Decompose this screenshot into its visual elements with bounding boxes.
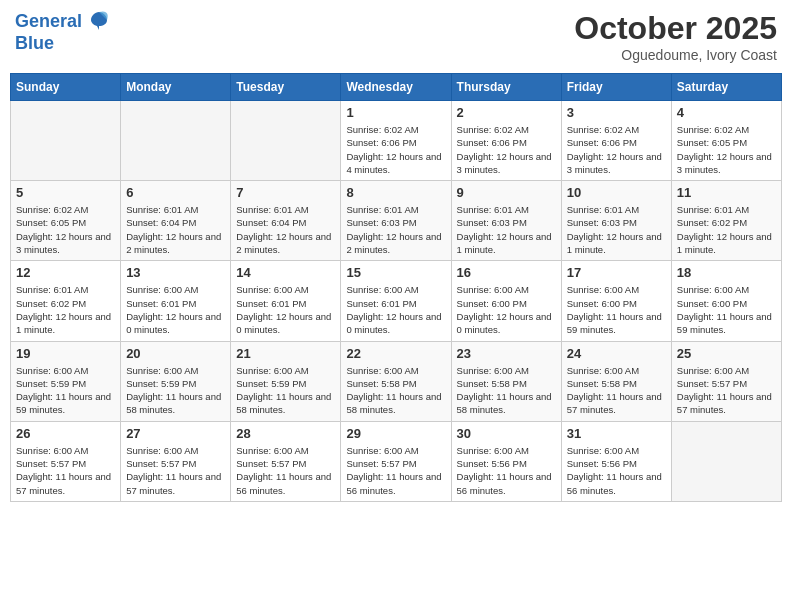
day-cell: 20Sunrise: 6:00 AMSunset: 5:59 PMDayligh… [121,341,231,421]
day-info: Sunrise: 6:00 AMSunset: 5:57 PMDaylight:… [16,444,115,497]
page-header: General Blue October 2025 Oguedoume, Ivo… [10,10,782,63]
day-number: 20 [126,346,225,361]
day-cell: 27Sunrise: 6:00 AMSunset: 5:57 PMDayligh… [121,421,231,501]
day-cell: 23Sunrise: 6:00 AMSunset: 5:58 PMDayligh… [451,341,561,421]
day-cell: 13Sunrise: 6:00 AMSunset: 6:01 PMDayligh… [121,261,231,341]
day-cell: 6Sunrise: 6:01 AMSunset: 6:04 PMDaylight… [121,181,231,261]
calendar-table: Sunday Monday Tuesday Wednesday Thursday… [10,73,782,502]
day-info: Sunrise: 6:00 AMSunset: 5:58 PMDaylight:… [346,364,445,417]
logo-text: General [15,10,109,34]
day-cell: 5Sunrise: 6:02 AMSunset: 6:05 PMDaylight… [11,181,121,261]
day-number: 9 [457,185,556,200]
week-row-4: 19Sunrise: 6:00 AMSunset: 5:59 PMDayligh… [11,341,782,421]
day-number: 15 [346,265,445,280]
header-monday: Monday [121,74,231,101]
header-friday: Friday [561,74,671,101]
day-info: Sunrise: 6:00 AMSunset: 5:57 PMDaylight:… [236,444,335,497]
day-info: Sunrise: 6:01 AMSunset: 6:02 PMDaylight:… [677,203,776,256]
day-cell [11,101,121,181]
month-title: October 2025 [574,10,777,47]
day-number: 8 [346,185,445,200]
day-number: 21 [236,346,335,361]
day-info: Sunrise: 6:00 AMSunset: 6:00 PMDaylight:… [567,283,666,336]
day-number: 14 [236,265,335,280]
day-number: 29 [346,426,445,441]
day-cell: 3Sunrise: 6:02 AMSunset: 6:06 PMDaylight… [561,101,671,181]
day-info: Sunrise: 6:00 AMSunset: 5:58 PMDaylight:… [457,364,556,417]
header-tuesday: Tuesday [231,74,341,101]
day-cell: 8Sunrise: 6:01 AMSunset: 6:03 PMDaylight… [341,181,451,261]
day-number: 5 [16,185,115,200]
day-cell: 30Sunrise: 6:00 AMSunset: 5:56 PMDayligh… [451,421,561,501]
day-cell [231,101,341,181]
day-cell: 26Sunrise: 6:00 AMSunset: 5:57 PMDayligh… [11,421,121,501]
day-number: 31 [567,426,666,441]
day-number: 10 [567,185,666,200]
day-number: 28 [236,426,335,441]
day-info: Sunrise: 6:01 AMSunset: 6:04 PMDaylight:… [236,203,335,256]
header-thursday: Thursday [451,74,561,101]
week-row-2: 5Sunrise: 6:02 AMSunset: 6:05 PMDaylight… [11,181,782,261]
location: Oguedoume, Ivory Coast [574,47,777,63]
day-info: Sunrise: 6:00 AMSunset: 5:57 PMDaylight:… [126,444,225,497]
logo-text-blue: Blue [15,34,109,54]
day-info: Sunrise: 6:00 AMSunset: 6:01 PMDaylight:… [346,283,445,336]
day-cell: 19Sunrise: 6:00 AMSunset: 5:59 PMDayligh… [11,341,121,421]
day-cell: 4Sunrise: 6:02 AMSunset: 6:05 PMDaylight… [671,101,781,181]
day-info: Sunrise: 6:01 AMSunset: 6:03 PMDaylight:… [346,203,445,256]
day-info: Sunrise: 6:00 AMSunset: 6:01 PMDaylight:… [236,283,335,336]
day-info: Sunrise: 6:01 AMSunset: 6:03 PMDaylight:… [567,203,666,256]
day-number: 18 [677,265,776,280]
day-number: 23 [457,346,556,361]
day-cell [121,101,231,181]
day-number: 26 [16,426,115,441]
day-info: Sunrise: 6:00 AMSunset: 5:58 PMDaylight:… [567,364,666,417]
day-cell: 31Sunrise: 6:00 AMSunset: 5:56 PMDayligh… [561,421,671,501]
week-row-5: 26Sunrise: 6:00 AMSunset: 5:57 PMDayligh… [11,421,782,501]
day-number: 27 [126,426,225,441]
day-cell: 1Sunrise: 6:02 AMSunset: 6:06 PMDaylight… [341,101,451,181]
week-row-1: 1Sunrise: 6:02 AMSunset: 6:06 PMDaylight… [11,101,782,181]
day-info: Sunrise: 6:02 AMSunset: 6:06 PMDaylight:… [457,123,556,176]
day-cell: 12Sunrise: 6:01 AMSunset: 6:02 PMDayligh… [11,261,121,341]
day-cell: 29Sunrise: 6:00 AMSunset: 5:57 PMDayligh… [341,421,451,501]
day-info: Sunrise: 6:00 AMSunset: 5:59 PMDaylight:… [236,364,335,417]
header-saturday: Saturday [671,74,781,101]
day-cell: 15Sunrise: 6:00 AMSunset: 6:01 PMDayligh… [341,261,451,341]
day-info: Sunrise: 6:00 AMSunset: 5:57 PMDaylight:… [677,364,776,417]
day-cell: 24Sunrise: 6:00 AMSunset: 5:58 PMDayligh… [561,341,671,421]
day-cell: 28Sunrise: 6:00 AMSunset: 5:57 PMDayligh… [231,421,341,501]
days-header-row: Sunday Monday Tuesday Wednesday Thursday… [11,74,782,101]
day-cell [671,421,781,501]
day-info: Sunrise: 6:01 AMSunset: 6:03 PMDaylight:… [457,203,556,256]
day-info: Sunrise: 6:00 AMSunset: 6:00 PMDaylight:… [677,283,776,336]
day-cell: 7Sunrise: 6:01 AMSunset: 6:04 PMDaylight… [231,181,341,261]
day-number: 6 [126,185,225,200]
day-info: Sunrise: 6:00 AMSunset: 5:56 PMDaylight:… [457,444,556,497]
day-cell: 17Sunrise: 6:00 AMSunset: 6:00 PMDayligh… [561,261,671,341]
day-info: Sunrise: 6:00 AMSunset: 6:01 PMDaylight:… [126,283,225,336]
day-cell: 10Sunrise: 6:01 AMSunset: 6:03 PMDayligh… [561,181,671,261]
day-cell: 11Sunrise: 6:01 AMSunset: 6:02 PMDayligh… [671,181,781,261]
header-sunday: Sunday [11,74,121,101]
day-info: Sunrise: 6:00 AMSunset: 6:00 PMDaylight:… [457,283,556,336]
day-cell: 18Sunrise: 6:00 AMSunset: 6:00 PMDayligh… [671,261,781,341]
day-info: Sunrise: 6:00 AMSunset: 5:59 PMDaylight:… [16,364,115,417]
day-info: Sunrise: 6:01 AMSunset: 6:02 PMDaylight:… [16,283,115,336]
day-number: 11 [677,185,776,200]
day-info: Sunrise: 6:02 AMSunset: 6:05 PMDaylight:… [677,123,776,176]
logo: General Blue [15,10,109,54]
day-info: Sunrise: 6:02 AMSunset: 6:06 PMDaylight:… [567,123,666,176]
day-info: Sunrise: 6:01 AMSunset: 6:04 PMDaylight:… [126,203,225,256]
day-number: 13 [126,265,225,280]
day-info: Sunrise: 6:02 AMSunset: 6:06 PMDaylight:… [346,123,445,176]
day-cell: 25Sunrise: 6:00 AMSunset: 5:57 PMDayligh… [671,341,781,421]
day-cell: 16Sunrise: 6:00 AMSunset: 6:00 PMDayligh… [451,261,561,341]
header-wednesday: Wednesday [341,74,451,101]
day-number: 4 [677,105,776,120]
day-number: 16 [457,265,556,280]
title-block: October 2025 Oguedoume, Ivory Coast [574,10,777,63]
day-cell: 9Sunrise: 6:01 AMSunset: 6:03 PMDaylight… [451,181,561,261]
day-number: 24 [567,346,666,361]
day-number: 7 [236,185,335,200]
